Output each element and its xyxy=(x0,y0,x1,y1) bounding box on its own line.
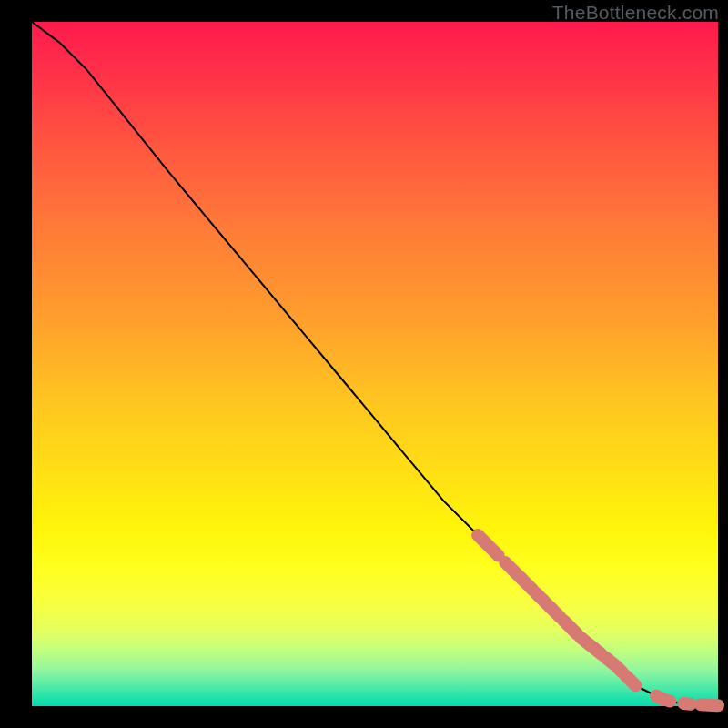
marker-series xyxy=(478,535,718,705)
plot-area xyxy=(32,22,718,706)
line-series xyxy=(32,22,718,705)
chart-frame: TheBottleneck.com xyxy=(0,0,728,728)
marker-segment-5 xyxy=(605,657,622,672)
marker-segment-4 xyxy=(581,638,602,654)
marker-segment-3 xyxy=(563,621,577,634)
marker-segment-2 xyxy=(536,593,560,617)
curve-path xyxy=(32,22,718,705)
marker-segment-7 xyxy=(656,696,670,702)
marker-segment-0 xyxy=(478,535,499,556)
marker-segment-9 xyxy=(701,704,718,705)
marker-segment-8 xyxy=(683,703,691,704)
chart-svg xyxy=(32,22,718,706)
marker-segment-6 xyxy=(625,675,635,685)
watermark-text: TheBottleneck.com xyxy=(552,2,719,24)
marker-segment-1 xyxy=(505,562,532,590)
